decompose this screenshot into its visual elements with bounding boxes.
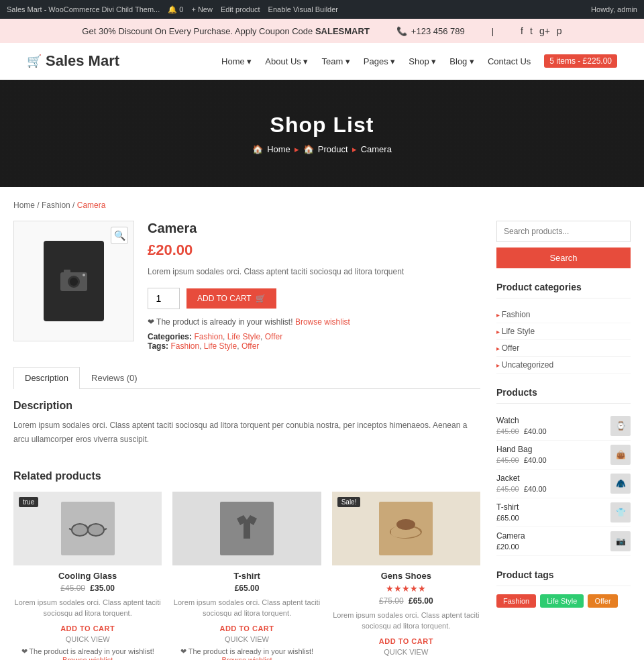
add-to-cart-1[interactable]: ADD TO CART: [13, 624, 162, 632]
search-button[interactable]: Search: [496, 248, 631, 268]
categories-widget: Product categories Fashion Life Style Of…: [496, 282, 631, 374]
nav-team[interactable]: Team ▾: [321, 56, 350, 66]
categories-title: Product categories: [496, 282, 631, 298]
hero-breadcrumb-icon2: 🏠: [303, 144, 314, 154]
nav-shop[interactable]: Shop ▾: [409, 56, 436, 66]
admin-bar-site: Sales Mart - WooCommerce Divi Child Them…: [7, 5, 160, 13]
related-price-2: £65.00: [172, 584, 321, 593]
jacket-thumbnail: 🧥: [610, 474, 631, 494]
description-text: Lorem ipsum sodales orci. Class aptent t…: [13, 419, 480, 446]
products-title: Products: [496, 387, 631, 404]
twitter-icon[interactable]: t: [530, 25, 533, 36]
add-to-cart-label: ADD TO CART: [197, 294, 252, 303]
add-to-cart-2[interactable]: ADD TO CART: [172, 624, 321, 632]
cat-item-fashion[interactable]: Fashion: [496, 307, 631, 323]
cat-item-lifestyle[interactable]: Life Style: [496, 323, 631, 340]
nav-contact[interactable]: Contact Us: [488, 56, 531, 66]
add-to-cart-button[interactable]: ADD TO CART 🛒: [186, 288, 276, 309]
hero-breadcrumb-home[interactable]: Home: [267, 144, 290, 154]
breadcrumb-nav: Home / Fashion / Camera: [13, 201, 631, 210]
tag-offer[interactable]: Offer: [241, 341, 259, 351]
nav-about[interactable]: About Us ▾: [265, 56, 308, 66]
tag-list: Fashion Life Style Offer: [496, 594, 631, 608]
cat-item-offer[interactable]: Offer: [496, 340, 631, 357]
prod-widget-tshirt: T-shirt £65.00 👕: [496, 498, 631, 527]
coupon-code: SALESMART: [315, 26, 370, 36]
hero-breadcrumb-camera[interactable]: Camera: [361, 144, 392, 154]
search-input-wrap: [496, 221, 631, 242]
tshirt-svg: [230, 512, 264, 545]
browse-wishlist-2[interactable]: Browse wishlist: [221, 656, 272, 660]
related-desc-3: Lorem ipsum sodales orci. Class aptent t…: [332, 610, 480, 632]
tag-fashion[interactable]: Fashion: [170, 341, 199, 351]
search-input[interactable]: [496, 221, 631, 242]
admin-bar-visual[interactable]: Enable Visual Builder: [268, 5, 338, 13]
search-widget: Search: [496, 221, 631, 268]
related-name-2: T-shirt: [172, 571, 321, 581]
product-image-wrap: 🔍: [13, 221, 134, 341]
tab-description[interactable]: Description: [13, 367, 80, 389]
product-section: 🔍 Camera £20.00 Lorem ipsum sodales orci…: [13, 221, 480, 660]
site-logo[interactable]: 🛒 Sales Mart: [27, 52, 119, 70]
product-detail: 🔍 Camera £20.00 Lorem ipsum sodales orci…: [13, 221, 480, 351]
cart-badge[interactable]: 5 items - £225.00: [544, 54, 617, 68]
hero-breadcrumb-product[interactable]: Product: [318, 144, 348, 154]
tab-reviews[interactable]: Reviews (0): [80, 367, 149, 388]
price-2: £65.00: [235, 584, 260, 593]
nav-pages[interactable]: Pages ▾: [364, 56, 395, 66]
svg-point-2: [70, 278, 78, 286]
camera-image-svg: [57, 264, 91, 298]
shoes-img: [379, 502, 433, 555]
wishlist-note: ❤ The product is already in your wishlis…: [148, 317, 480, 327]
facebook-icon[interactable]: f: [521, 25, 523, 36]
add-to-cart-3[interactable]: ADD TO CART: [332, 637, 480, 645]
admin-bar-edit[interactable]: Edit product: [221, 5, 260, 13]
zoom-icon[interactable]: 🔍: [111, 227, 128, 244]
related-title: Related products: [13, 470, 480, 482]
tag-offer[interactable]: Offer: [588, 594, 617, 608]
cat-item-uncategorized[interactable]: Uncategorized: [496, 357, 631, 374]
browse-wishlist-1[interactable]: Browse wishlist: [62, 656, 113, 660]
quick-view-2[interactable]: QUICK VIEW: [172, 635, 321, 643]
tag-lifestyle[interactable]: Life Style: [204, 341, 237, 351]
nav-blog[interactable]: Blog ▾: [449, 56, 474, 66]
product-categories: Categories: Fashion, Life Style, Offer: [148, 332, 480, 341]
product-tabs: Description Reviews (0) Description Lore…: [13, 367, 480, 457]
old-price-1: £45.00: [60, 584, 85, 593]
products-list: Watch £45.00 £40.00 ⌚ Hand Bag £: [496, 412, 631, 556]
site-header: 🛒 Sales Mart Home ▾ About Us ▾ Team ▾ Pa…: [0, 43, 644, 80]
related-card-1: true: [13, 492, 162, 660]
hero-arrow-1: ▸: [294, 144, 299, 154]
divider: |: [492, 26, 494, 36]
browse-wishlist-link[interactable]: Browse wishlist: [295, 317, 350, 327]
hero-breadcrumb-icon: 🏠: [252, 144, 263, 154]
related-desc-2: Lorem ipsum sodales orci. Class aptent t…: [172, 597, 321, 619]
admin-bar-new[interactable]: + New: [191, 5, 213, 13]
cat-fashion[interactable]: Fashion: [194, 332, 223, 341]
admin-bar: Sales Mart - WooCommerce Divi Child Them…: [0, 0, 644, 19]
cat-lifestyle[interactable]: Life Style: [227, 332, 260, 341]
product-price: £20.00: [148, 241, 480, 259]
related-card-3: Sale! Gens Shoes ★★★★★: [332, 492, 480, 660]
sale-badge-3: Sale!: [337, 497, 361, 507]
related-products: Related products true: [13, 470, 480, 660]
tag-fashion[interactable]: Fashion: [496, 594, 536, 608]
quick-view-3[interactable]: QUICK VIEW: [332, 648, 480, 656]
svg-rect-3: [64, 270, 70, 273]
cat-offer[interactable]: Offer: [265, 332, 282, 341]
quantity-input[interactable]: [148, 288, 180, 309]
sidebar: Search Product categories Fashion Life S…: [496, 221, 631, 660]
pinterest-icon[interactable]: p: [557, 25, 562, 36]
breadcrumb-home[interactable]: Home: [13, 201, 35, 210]
breadcrumb-fashion[interactable]: Fashion: [42, 201, 70, 210]
product-tags: Tags: Fashion, Life Style, Offer: [148, 341, 480, 351]
quick-view-1[interactable]: QUICK VIEW: [13, 635, 162, 643]
description-title: Description: [13, 400, 480, 412]
related-img-3: Sale!: [332, 492, 480, 565]
related-desc-1: Lorem ipsum sodales orci. Class aptent t…: [13, 597, 162, 619]
phone-icon: 📞: [396, 26, 407, 36]
products-widget: Products Watch £45.00 £40.00 ⌚: [496, 387, 631, 556]
tag-lifestyle[interactable]: Life Style: [540, 594, 584, 608]
googleplus-icon[interactable]: g+: [539, 25, 550, 36]
nav-home[interactable]: Home ▾: [221, 56, 252, 66]
